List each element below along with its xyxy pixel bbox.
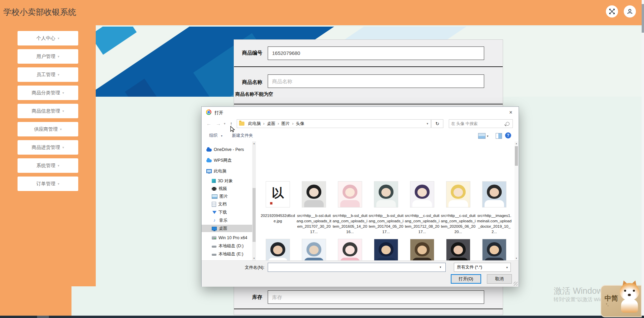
- forward-icon[interactable]: →: [216, 121, 221, 126]
- file-item[interactable]: src=http__b-ssl_duitang_com_uploads_item…: [369, 179, 404, 236]
- tree-item[interactable]: 3D 对象: [202, 177, 252, 185]
- tree-item[interactable]: 本地磁盘 (E:): [202, 250, 252, 258]
- page-vertical-scrollbar-thumb[interactable]: [642, 4, 644, 33]
- tree-item[interactable]: 此电脑: [202, 167, 252, 175]
- tree-item[interactable]: 图片: [202, 193, 252, 200]
- sidebar-item[interactable]: 个人中心 ▾: [18, 31, 78, 45]
- tree-item[interactable]: 桌面: [202, 225, 252, 232]
- new-folder-button[interactable]: 新建文件夹: [232, 133, 253, 138]
- file-thumbnail: [338, 239, 362, 260]
- file-item[interactable]: src=http__c-ssl_duitang_com_uploads_item…: [441, 179, 476, 236]
- file-name: src=http__b-ssl_duitang_com_uploads_item…: [369, 213, 404, 234]
- tree-item-icon: [212, 187, 216, 191]
- help-icon[interactable]: ?: [505, 132, 511, 138]
- file-item[interactable]: src=http__imgstatic_juren_cn_roKBMUtknU_…: [441, 237, 476, 260]
- open-button[interactable]: 打开(O): [451, 274, 481, 284]
- sidebar-item[interactable]: 员工管理 ▾: [18, 67, 78, 82]
- sidebar-item[interactable]: 订单管理 ▾: [18, 177, 78, 191]
- refresh-button[interactable]: ↻: [431, 119, 443, 128]
- sidebar-item[interactable]: 商品信息管理 ▾: [18, 104, 78, 118]
- up-icon[interactable]: ↑: [230, 121, 233, 126]
- product-id-label: 商品编号: [241, 50, 262, 56]
- tree-item[interactable]: 下载: [202, 209, 252, 216]
- page-horizontal-scrollbar-thumb[interactable]: [37, 316, 49, 318]
- file-thumbnail: [338, 181, 362, 208]
- sidebar-item-label: 商品进货管理: [32, 145, 60, 151]
- breadcrumb-item[interactable]: 桌面: [265, 121, 278, 127]
- product-name-error: 商品名称不能为空: [235, 91, 273, 97]
- tree-item[interactable]: OneDrive - Pers: [202, 146, 252, 153]
- user-button[interactable]: [624, 5, 636, 18]
- sidebar-item[interactable]: 用户管理 ▾: [18, 49, 78, 64]
- product-name-input[interactable]: [268, 74, 484, 88]
- search-icon[interactable]: [506, 122, 509, 126]
- tree-item-label: 下载: [218, 210, 227, 215]
- filename-caret-icon[interactable]: ▾: [440, 265, 441, 269]
- close-icon[interactable]: ×: [503, 107, 519, 118]
- resize-grip[interactable]: [514, 282, 518, 286]
- sidebar-item[interactable]: 商品进货管理 ▾: [18, 140, 78, 155]
- dialog-titlebar: 打开 ×: [202, 107, 519, 118]
- file-item[interactable]: src=http__images1.meinali.com_upload_doc…: [477, 179, 512, 236]
- file-item[interactable]: src=http__img_tukuppt_com_png_preview_00…: [296, 237, 331, 260]
- cancel-button[interactable]: 取消: [487, 274, 512, 284]
- dialog-footer: 文件名(N): ▾ 所有文件 (*.*) ▾ 打开(O) 取消: [202, 260, 519, 287]
- file-item[interactable]: 以 202192094532d6cde.jpg: [260, 179, 295, 236]
- page-horizontal-scrollbar[interactable]: [0, 316, 644, 318]
- breadcrumb-item[interactable]: 此电脑: [246, 121, 263, 127]
- breadcrumb-item[interactable]: 头像: [294, 121, 307, 127]
- back-icon[interactable]: ←: [206, 121, 211, 126]
- tree-item[interactable]: 视频: [202, 185, 252, 192]
- view-mode-icon[interactable]: [478, 133, 486, 139]
- product-id-input[interactable]: [268, 46, 484, 60]
- tree-item[interactable]: ♪ 音乐: [202, 217, 252, 224]
- filetype-caret-icon: ▾: [506, 266, 508, 269]
- file-item[interactable]: src=http__img_zcool_cn_community_01ea195…: [332, 237, 368, 260]
- filetype-select[interactable]: 所有文件 (*.*) ▾: [454, 263, 511, 272]
- file-scrollbar-thumb[interactable]: [515, 146, 518, 166]
- fullscreen-button[interactable]: [606, 5, 618, 18]
- file-name: src=http__images1.meinali.com_upload_doc…: [477, 213, 512, 234]
- file-thumbnail: [410, 239, 434, 260]
- header: 学校小卖部收银系统: [0, 0, 644, 25]
- tree-item-icon: [206, 169, 212, 173]
- sidebar-item[interactable]: 系统管理 ▾: [18, 158, 78, 173]
- sidebar-item[interactable]: 供应商管理 ▾: [18, 122, 78, 136]
- breadcrumb-item[interactable]: 图片: [279, 121, 292, 127]
- chevron-down-icon: ▾: [62, 146, 64, 149]
- app-root: 学校小卖部收银系统 商品编号: [0, 0, 644, 318]
- history-caret-icon[interactable]: ▾: [224, 122, 226, 125]
- search-input[interactable]: [449, 121, 506, 126]
- file-item[interactable]: src=http__b-ssl.duitang.com_uploads_item…: [296, 179, 331, 236]
- scroll-up-icon[interactable]: ▴: [252, 142, 256, 145]
- file-item[interactable]: src=http__images1_meinali_com_upload_doc…: [260, 237, 295, 260]
- address-bar[interactable]: 此电脑›桌面›图片›头像 ▾: [237, 119, 431, 128]
- file-item[interactable]: src=http__nimg_ws_126_net_url=http__ding…: [477, 237, 512, 260]
- filename-input[interactable]: [268, 263, 446, 272]
- file-item[interactable]: src=http__c-ssl_duitang_com_uploads_item…: [405, 179, 440, 236]
- file-scrollbar[interactable]: ▴ ▾: [515, 141, 518, 260]
- tree-scrollbar-thumb[interactable]: [253, 188, 256, 242]
- file-item[interactable]: src=http__img3_duitang_com_uploads_item_…: [405, 237, 440, 260]
- tree-item[interactable]: 文档: [202, 200, 252, 208]
- scroll-down-icon[interactable]: ▾: [515, 257, 518, 260]
- file-item[interactable]: src=http__b-ssl_duitang_com_uploads_item…: [332, 179, 368, 236]
- organize-caret-icon: ▾: [221, 134, 222, 137]
- stock-input[interactable]: [268, 290, 484, 304]
- file-item[interactable]: src=http__img_zcool_cn_community_0185fe5…: [369, 237, 404, 260]
- product-name-label: 商品名称: [241, 79, 262, 86]
- tree-item[interactable]: WPS网盘: [202, 157, 252, 164]
- address-caret-icon[interactable]: ▾: [427, 122, 428, 125]
- preview-pane-icon[interactable]: [496, 133, 502, 139]
- sidebar-item[interactable]: 商品分类管理 ▾: [18, 86, 78, 100]
- tree-item[interactable]: 本地磁盘 (D:): [202, 242, 252, 250]
- tree-item-label: 视频: [218, 186, 227, 192]
- page-vertical-scrollbar[interactable]: [642, 0, 644, 316]
- organize-button[interactable]: 组织 ▾: [209, 133, 223, 138]
- scroll-down-icon[interactable]: ▾: [252, 257, 256, 260]
- scroll-up-icon[interactable]: ▴: [515, 142, 518, 145]
- view-mode-caret-icon[interactable]: ▾: [487, 134, 489, 138]
- tree-item[interactable]: Win 10 Pro x64: [202, 234, 252, 242]
- tree-scrollbar[interactable]: ▴ ▾: [252, 141, 256, 260]
- dog-image: [619, 280, 640, 313]
